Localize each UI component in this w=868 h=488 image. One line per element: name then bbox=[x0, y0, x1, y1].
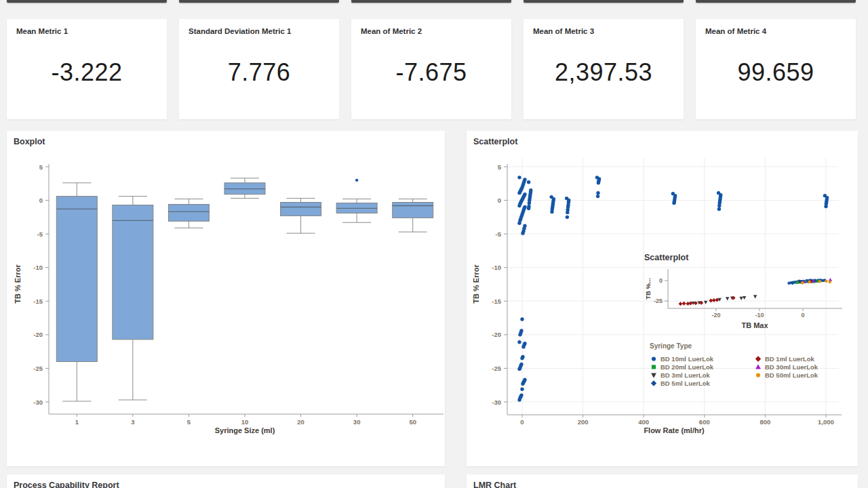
legend-marker bbox=[754, 371, 762, 378]
data-point bbox=[550, 210, 553, 214]
legend-label: BD 1ml LuerLok bbox=[765, 355, 814, 363]
data-point bbox=[651, 365, 655, 369]
legend-entry: BD 1ml LuerLok bbox=[754, 354, 841, 363]
metric-card-value: -3.222 bbox=[7, 35, 167, 119]
boxplot-panel: Boxplot 50-5-10-15-20-25-3013510203050Sy… bbox=[7, 131, 445, 466]
inset-x-tick-label: -10 bbox=[755, 312, 764, 319]
inset-title: Scatterplot bbox=[644, 253, 689, 262]
previous-row-card-edge bbox=[7, 0, 167, 3]
data-point bbox=[828, 281, 831, 283]
data-point bbox=[682, 302, 686, 306]
boxplot-panel-title: Boxplot bbox=[14, 137, 45, 146]
x-tick-label: 50 bbox=[409, 418, 416, 426]
data-point bbox=[717, 204, 721, 207]
data-point bbox=[818, 280, 821, 283]
data-point bbox=[795, 281, 798, 284]
diamond-legend-marker-icon bbox=[755, 355, 762, 362]
y-tick-label: -20 bbox=[33, 331, 43, 338]
scatterplot-panel-title: Scatterplot bbox=[473, 137, 517, 146]
data-point bbox=[651, 357, 655, 361]
data-point bbox=[518, 333, 521, 336]
data-point bbox=[743, 296, 747, 300]
data-point bbox=[527, 207, 530, 210]
data-point bbox=[825, 280, 827, 283]
data-point bbox=[566, 211, 569, 214]
y-tick-label: 5 bbox=[39, 163, 43, 171]
data-point bbox=[755, 373, 760, 377]
metric-card-mean-metric-3: Mean of Metric 3 2,397.53 bbox=[524, 19, 684, 119]
data-point bbox=[517, 367, 521, 371]
y-tick-label: -10 bbox=[492, 264, 501, 271]
data-point bbox=[355, 179, 358, 182]
data-point bbox=[808, 281, 810, 283]
data-point bbox=[739, 297, 743, 300]
y-tick-label: -30 bbox=[492, 399, 501, 406]
legend-entry: BD 5ml LuerLok bbox=[650, 379, 736, 387]
data-point bbox=[521, 382, 524, 386]
y-tick-label: -30 bbox=[33, 399, 43, 406]
y-axis-label: TB % Error bbox=[472, 264, 480, 304]
legend-entry: BD 50ml LuerLok bbox=[754, 371, 841, 379]
x-tick-label: 0 bbox=[520, 418, 524, 426]
data-point bbox=[517, 340, 521, 344]
previous-row-card-edge bbox=[524, 0, 684, 3]
legend-column: BD 10ml LuerLokBD 20ml LuerLokBD 3ml Lue… bbox=[650, 354, 736, 387]
data-point bbox=[824, 205, 827, 208]
data-point bbox=[596, 195, 599, 198]
y-tick-label: -25 bbox=[33, 365, 43, 372]
previous-row-card-edge bbox=[696, 0, 856, 3]
data-point bbox=[520, 357, 524, 360]
metric-card-stdev-metric-1: Standard Deviation Metric 1 7.776 bbox=[179, 19, 339, 119]
legend-marker bbox=[650, 355, 657, 362]
x-tick-label: 600 bbox=[699, 418, 710, 426]
lmr-chart-title: LMR Chart bbox=[473, 481, 516, 488]
y-tick-label: -15 bbox=[33, 298, 43, 305]
metric-card-title: Mean of Metric 4 bbox=[696, 19, 856, 35]
y-tick-label: -15 bbox=[492, 298, 501, 305]
legend-marker bbox=[650, 371, 657, 378]
circle-legend-marker-icon bbox=[650, 355, 657, 362]
data-point bbox=[527, 180, 530, 184]
boxplot-chart: 50-5-10-15-20-25-3013510203050Syringe Si… bbox=[7, 131, 445, 466]
previous-row-card-edge bbox=[179, 0, 339, 3]
metric-card-mean-metric-4: Mean of Metric 4 99.659 bbox=[696, 19, 856, 119]
data-point bbox=[717, 207, 721, 211]
lmr-chart-panel: LMR Chart bbox=[467, 474, 858, 488]
syringe-type-legend: Syringe Type BD 10ml LuerLokBD 20ml Luer… bbox=[650, 342, 841, 387]
metric-card-value: 2,397.53 bbox=[524, 35, 684, 119]
legend-entry: BD 3ml LuerLok bbox=[650, 371, 736, 379]
triangle-down-legend-marker-icon bbox=[650, 371, 657, 378]
legend-marker bbox=[754, 363, 762, 370]
metric-card-value: -7.675 bbox=[351, 35, 511, 119]
data-point bbox=[517, 204, 521, 207]
data-point bbox=[755, 356, 760, 361]
inset-y-axis-label: TB %... bbox=[644, 278, 652, 300]
inset-x-tick-label: 0 bbox=[801, 312, 804, 319]
data-point bbox=[679, 302, 683, 306]
data-point bbox=[650, 380, 656, 386]
x-tick-label: 1 bbox=[75, 418, 79, 426]
metric-card-value: 7.776 bbox=[179, 35, 339, 119]
data-point bbox=[801, 281, 804, 284]
data-point bbox=[520, 387, 524, 390]
x-tick-label: 20 bbox=[297, 418, 304, 426]
triangle-up-legend-marker-icon bbox=[755, 363, 762, 370]
data-point bbox=[528, 201, 531, 205]
legend-marker bbox=[754, 355, 762, 362]
legend-title: Syringe Type bbox=[650, 342, 841, 350]
metric-card-title: Mean of Metric 3 bbox=[524, 19, 684, 35]
x-tick-label: 400 bbox=[638, 418, 649, 426]
legend-column: BD 1ml LuerLokBD 30ml LuerLokBD 50ml Lue… bbox=[754, 354, 841, 387]
legend-marker bbox=[650, 380, 657, 386]
legend-entry: BD 10ml LuerLok bbox=[650, 354, 736, 363]
data-point bbox=[755, 364, 761, 369]
metric-card-value: 99.659 bbox=[696, 35, 856, 119]
metric-card-title: Mean of Metric 2 bbox=[351, 19, 511, 35]
legend-entry: BD 20ml LuerLok bbox=[650, 363, 736, 371]
data-point bbox=[596, 191, 599, 195]
x-tick-label: 10 bbox=[241, 418, 249, 426]
x-tick-label: 200 bbox=[578, 418, 589, 426]
legend-columns: BD 10ml LuerLokBD 20ml LuerLokBD 3ml Lue… bbox=[650, 354, 841, 387]
process-capability-title: Process Capability Report bbox=[14, 481, 119, 488]
data-point bbox=[726, 297, 730, 300]
